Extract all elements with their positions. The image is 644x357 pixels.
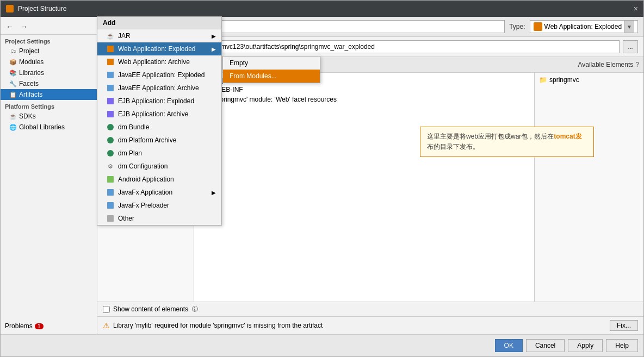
sidebar-item-project[interactable]: 🗂 Project: [1, 46, 97, 57]
add-menu-item-label: JavaFx Preloader: [118, 202, 169, 209]
submenu-item-from-modules[interactable]: From Modules...: [223, 70, 320, 83]
add-menu-item-label: JavaFx Application: [118, 189, 172, 196]
bottom-bar: OK Cancel Apply Help: [1, 334, 643, 356]
type-label: Type:: [509, 23, 525, 30]
dm-bundle-icon: [106, 123, 115, 131]
project-icon: 🗂: [9, 48, 17, 54]
annotation-box: 这里主要是将web应用打包成war包，然后在tomcat发布的目录下发布。: [420, 127, 594, 157]
show-content-row: Show content of elements 🛈: [97, 302, 643, 316]
type-icon: [534, 22, 542, 31]
sidebar-toolbar: ← →: [1, 19, 97, 35]
annotation-text2: 布的目录下发布。: [427, 143, 479, 151]
available-item-label: springmvc: [549, 76, 579, 84]
add-menu-item-dm-bundle[interactable]: dm Bundle: [97, 121, 221, 134]
title-bar-left: Project Structure: [6, 5, 66, 12]
type-select[interactable]: Web Application: Exploded ▼: [530, 20, 638, 33]
dm-plan-icon: [106, 149, 115, 158]
add-menu-item-other[interactable]: Other: [97, 212, 221, 225]
browse-button[interactable]: ...: [623, 40, 638, 53]
global-lib-icon: 🌐: [9, 124, 17, 131]
problems-row[interactable]: Problems 1: [1, 320, 97, 332]
sidebar-item-label: Libraries: [19, 69, 44, 77]
sidebar: ← → Project Settings 🗂 Project 📦 Modules…: [1, 17, 97, 334]
submenu-item-empty[interactable]: Empty: [223, 57, 320, 70]
dm-config-icon: ⚙: [106, 162, 115, 171]
add-menu-item-dm-config[interactable]: ⚙ dm Configuration: [97, 160, 221, 173]
sidebar-back-button[interactable]: ←: [4, 21, 16, 32]
title-bar: Project Structure ×: [1, 1, 643, 17]
warning-text: Library 'mylib' required for module 'spr…: [113, 322, 323, 329]
warning-row: ⚠ Library 'mylib' required for module 's…: [97, 316, 643, 334]
add-menu-item-label: dm Configuration: [118, 162, 168, 170]
sidebar-item-facets[interactable]: 🔧 Facets: [1, 78, 97, 89]
sidebar-item-label: Project: [19, 47, 39, 55]
android-icon: [106, 175, 115, 184]
other-icon: [106, 214, 115, 223]
type-value: Web Application: Exploded: [544, 23, 622, 30]
available-elements-help-icon[interactable]: ?: [635, 61, 639, 68]
dropdown-arrow-icon[interactable]: ▼: [624, 21, 634, 33]
title-icon: [6, 5, 14, 12]
sidebar-item-modules[interactable]: 📦 Modules: [1, 57, 97, 67]
warning-icon: ⚠: [103, 321, 110, 330]
javaee-archive-icon: [106, 84, 115, 92]
project-settings-label: Project Settings: [1, 35, 97, 46]
available-item-springmvc[interactable]: 📁 springmvc: [537, 75, 641, 85]
javafx-submenu-arrow: ▶: [212, 190, 216, 196]
show-content-label: Show content of elements: [113, 305, 188, 313]
add-menu-item-javaee-exploded[interactable]: JavaEE Application: Exploded: [97, 68, 221, 82]
add-menu-item-ejb-exploded[interactable]: EJB Application: Exploded: [97, 95, 221, 108]
add-menu-header: Add: [97, 17, 221, 29]
window-close-button[interactable]: ×: [634, 5, 638, 12]
available-elements-panel: 📁 springmvc: [535, 73, 643, 302]
sdks-icon: ☕: [9, 113, 17, 120]
add-menu-item-web-exploded[interactable]: Web Application: Exploded ▶: [97, 42, 221, 55]
cancel-button[interactable]: Cancel: [526, 339, 565, 352]
add-menu-item-label: EJB Application: Archive: [118, 110, 188, 118]
jar-icon: ☕: [106, 32, 115, 40]
tree-item-springmvc-module[interactable]: 🔷 'springmvc' module: 'Web' facet resour…: [196, 95, 532, 104]
sidebar-item-label: Global Libraries: [19, 123, 65, 131]
annotation-text1: 这里主要是将web应用打包成war包，然后在: [427, 133, 554, 140]
facets-icon: 🔧: [9, 80, 17, 87]
add-menu-item-android[interactable]: Android Application: [97, 173, 221, 186]
add-menu-item-jar[interactable]: ☕ JAR ▶: [97, 29, 221, 42]
add-menu-item-label: dm Bundle: [118, 123, 149, 131]
fix-button[interactable]: Fix...: [610, 320, 638, 331]
web-exploded-submenu-arrow: ▶: [212, 46, 216, 52]
sidebar-forward-button[interactable]: →: [18, 21, 30, 32]
tree-item-web-inf[interactable]: 📁 WEB-INF: [196, 85, 532, 95]
add-menu-item-label: Other: [118, 215, 134, 222]
add-menu-item-label: JavaEE Application: Archive: [118, 84, 199, 92]
platform-settings-label: Platform Settings: [1, 100, 97, 111]
sidebar-item-label: Modules: [19, 58, 44, 66]
add-menu-item-label: JavaEE Application: Exploded: [118, 71, 205, 79]
add-menu-item-javafx-preloader[interactable]: JavaFx Preloader: [97, 199, 221, 212]
show-content-help-icon[interactable]: 🛈: [191, 305, 198, 313]
add-menu-item-label: dm Plan: [118, 149, 142, 157]
javaee-exploded-icon: [106, 71, 115, 79]
ok-button[interactable]: OK: [495, 339, 523, 352]
sidebar-item-libraries[interactable]: 📚 Libraries: [1, 67, 97, 78]
show-content-checkbox[interactable]: [103, 306, 110, 313]
sidebar-item-artifacts[interactable]: 📋 Artifacts: [1, 89, 97, 100]
web-exploded-icon: [106, 45, 115, 53]
add-menu-item-dm-plan[interactable]: dm Plan: [97, 147, 221, 160]
add-menu-item-label: JAR: [118, 32, 131, 40]
add-menu-item-javaee-archive[interactable]: JavaEE Application: Archive: [97, 82, 221, 95]
apply-button[interactable]: Apply: [568, 339, 603, 352]
add-menu-item-label: Web Application: Archive: [118, 58, 190, 66]
add-menu-item-javafx-app[interactable]: JavaFx Application ▶: [97, 186, 221, 199]
sidebar-item-sdks[interactable]: ☕ SDKs: [1, 111, 97, 122]
available-elements-label: Available Elements: [578, 61, 633, 68]
ejb-archive-icon: [106, 110, 115, 118]
sidebar-item-global-libraries[interactable]: 🌐 Global Libraries: [1, 122, 97, 133]
problems-badge: 1: [35, 323, 44, 329]
add-menu-item-ejb-archive[interactable]: EJB Application: Archive: [97, 108, 221, 121]
artifacts-icon: 📋: [9, 91, 17, 98]
add-menu-item-dm-platform[interactable]: dm Platform Archive: [97, 134, 221, 147]
help-button[interactable]: Help: [606, 339, 638, 352]
add-menu-item-web-archive[interactable]: Web Application: Archive: [97, 55, 221, 68]
sidebar-item-label: Facets: [19, 80, 39, 87]
annotation-highlight: tomcat发: [554, 133, 581, 140]
